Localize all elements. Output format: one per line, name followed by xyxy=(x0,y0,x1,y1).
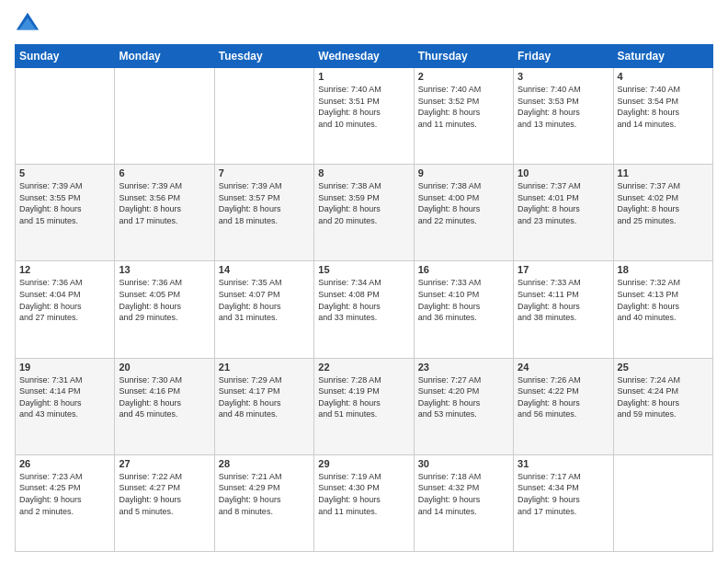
calendar-day-cell: 13Sunrise: 7:36 AM Sunset: 4:05 PM Dayli… xyxy=(115,261,214,358)
day-info: Sunrise: 7:32 AM Sunset: 4:13 PM Dayligh… xyxy=(618,277,709,323)
calendar-day-cell: 29Sunrise: 7:19 AM Sunset: 4:30 PM Dayli… xyxy=(314,454,414,551)
day-number: 9 xyxy=(418,167,509,178)
day-info: Sunrise: 7:36 AM Sunset: 4:04 PM Dayligh… xyxy=(19,277,110,323)
calendar-day-cell: 24Sunrise: 7:26 AM Sunset: 4:22 PM Dayli… xyxy=(514,358,613,454)
day-number: 5 xyxy=(19,167,110,178)
day-info: Sunrise: 7:30 AM Sunset: 4:16 PM Dayligh… xyxy=(119,374,210,420)
calendar-day-cell: 22Sunrise: 7:28 AM Sunset: 4:19 PM Dayli… xyxy=(314,358,414,454)
day-number: 16 xyxy=(418,264,509,275)
calendar-day-cell: 3Sunrise: 7:40 AM Sunset: 3:53 PM Daylig… xyxy=(514,68,613,165)
calendar-day-cell: 15Sunrise: 7:34 AM Sunset: 4:08 PM Dayli… xyxy=(314,261,414,358)
day-info: Sunrise: 7:18 AM Sunset: 4:32 PM Dayligh… xyxy=(418,471,509,517)
calendar-week-row: 19Sunrise: 7:31 AM Sunset: 4:14 PM Dayli… xyxy=(16,358,713,454)
day-info: Sunrise: 7:37 AM Sunset: 4:01 PM Dayligh… xyxy=(518,180,609,226)
day-info: Sunrise: 7:40 AM Sunset: 3:51 PM Dayligh… xyxy=(318,84,409,130)
day-info: Sunrise: 7:22 AM Sunset: 4:27 PM Dayligh… xyxy=(119,471,210,517)
day-number: 25 xyxy=(618,362,709,373)
day-number: 21 xyxy=(219,362,310,373)
logo-icon xyxy=(15,11,40,37)
calendar-day-cell: 12Sunrise: 7:36 AM Sunset: 4:04 PM Dayli… xyxy=(16,261,115,358)
calendar-day-cell: 16Sunrise: 7:33 AM Sunset: 4:10 PM Dayli… xyxy=(414,261,513,358)
calendar-body: 1Sunrise: 7:40 AM Sunset: 3:51 PM Daylig… xyxy=(16,68,713,552)
day-info: Sunrise: 7:39 AM Sunset: 3:55 PM Dayligh… xyxy=(19,180,110,226)
day-info: Sunrise: 7:19 AM Sunset: 4:30 PM Dayligh… xyxy=(318,471,409,517)
day-number: 7 xyxy=(219,167,310,178)
calendar-day-cell xyxy=(214,68,313,165)
day-number: 30 xyxy=(418,458,509,469)
day-number: 17 xyxy=(518,264,609,275)
calendar-day-cell: 19Sunrise: 7:31 AM Sunset: 4:14 PM Dayli… xyxy=(16,358,115,454)
day-number: 14 xyxy=(219,264,310,275)
weekday-header-cell: Monday xyxy=(115,45,214,68)
day-number: 8 xyxy=(318,167,409,178)
day-number: 18 xyxy=(618,264,709,275)
calendar-day-cell: 8Sunrise: 7:38 AM Sunset: 3:59 PM Daylig… xyxy=(314,165,414,261)
day-info: Sunrise: 7:29 AM Sunset: 4:17 PM Dayligh… xyxy=(219,374,310,420)
day-info: Sunrise: 7:21 AM Sunset: 4:29 PM Dayligh… xyxy=(219,471,310,517)
calendar-day-cell: 23Sunrise: 7:27 AM Sunset: 4:20 PM Dayli… xyxy=(414,358,513,454)
day-number: 26 xyxy=(19,458,110,469)
calendar-day-cell: 26Sunrise: 7:23 AM Sunset: 4:25 PM Dayli… xyxy=(16,454,115,551)
calendar-day-cell: 4Sunrise: 7:40 AM Sunset: 3:54 PM Daylig… xyxy=(613,68,712,165)
calendar-day-cell: 31Sunrise: 7:17 AM Sunset: 4:34 PM Dayli… xyxy=(514,454,613,551)
day-number: 24 xyxy=(518,362,609,373)
day-number: 27 xyxy=(119,458,210,469)
weekday-header-cell: Tuesday xyxy=(214,45,313,68)
day-number: 31 xyxy=(518,458,609,469)
calendar-day-cell: 1Sunrise: 7:40 AM Sunset: 3:51 PM Daylig… xyxy=(314,68,414,165)
day-info: Sunrise: 7:23 AM Sunset: 4:25 PM Dayligh… xyxy=(19,471,110,517)
calendar-day-cell: 14Sunrise: 7:35 AM Sunset: 4:07 PM Dayli… xyxy=(214,261,313,358)
calendar-day-cell: 25Sunrise: 7:24 AM Sunset: 4:24 PM Dayli… xyxy=(613,358,712,454)
day-info: Sunrise: 7:37 AM Sunset: 4:02 PM Dayligh… xyxy=(618,180,709,226)
calendar-day-cell: 2Sunrise: 7:40 AM Sunset: 3:52 PM Daylig… xyxy=(414,68,513,165)
weekday-header-cell: Wednesday xyxy=(314,45,414,68)
day-number: 2 xyxy=(418,71,509,82)
day-info: Sunrise: 7:40 AM Sunset: 3:53 PM Dayligh… xyxy=(518,84,609,130)
day-number: 29 xyxy=(318,458,409,469)
calendar-day-cell: 17Sunrise: 7:33 AM Sunset: 4:11 PM Dayli… xyxy=(514,261,613,358)
logo xyxy=(15,11,44,37)
day-info: Sunrise: 7:35 AM Sunset: 4:07 PM Dayligh… xyxy=(219,277,310,323)
day-info: Sunrise: 7:27 AM Sunset: 4:20 PM Dayligh… xyxy=(418,374,509,420)
day-info: Sunrise: 7:40 AM Sunset: 3:52 PM Dayligh… xyxy=(418,84,509,130)
day-number: 28 xyxy=(219,458,310,469)
day-number: 3 xyxy=(518,71,609,82)
weekday-header-row: SundayMondayTuesdayWednesdayThursdayFrid… xyxy=(16,45,713,68)
weekday-header-cell: Thursday xyxy=(414,45,513,68)
calendar-day-cell xyxy=(115,68,214,165)
day-info: Sunrise: 7:26 AM Sunset: 4:22 PM Dayligh… xyxy=(518,374,609,420)
calendar-day-cell: 21Sunrise: 7:29 AM Sunset: 4:17 PM Dayli… xyxy=(214,358,313,454)
day-number: 20 xyxy=(119,362,210,373)
calendar-day-cell: 7Sunrise: 7:39 AM Sunset: 3:57 PM Daylig… xyxy=(214,165,313,261)
calendar-day-cell: 6Sunrise: 7:39 AM Sunset: 3:56 PM Daylig… xyxy=(115,165,214,261)
calendar-day-cell: 5Sunrise: 7:39 AM Sunset: 3:55 PM Daylig… xyxy=(16,165,115,261)
calendar-day-cell xyxy=(613,454,712,551)
day-info: Sunrise: 7:34 AM Sunset: 4:08 PM Dayligh… xyxy=(318,277,409,323)
weekday-header-cell: Saturday xyxy=(613,45,712,68)
day-number: 23 xyxy=(418,362,509,373)
header xyxy=(15,11,713,37)
calendar-day-cell: 18Sunrise: 7:32 AM Sunset: 4:13 PM Dayli… xyxy=(613,261,712,358)
calendar-week-row: 12Sunrise: 7:36 AM Sunset: 4:04 PM Dayli… xyxy=(16,261,713,358)
day-info: Sunrise: 7:17 AM Sunset: 4:34 PM Dayligh… xyxy=(518,471,609,517)
calendar-day-cell: 30Sunrise: 7:18 AM Sunset: 4:32 PM Dayli… xyxy=(414,454,513,551)
calendar-day-cell: 20Sunrise: 7:30 AM Sunset: 4:16 PM Dayli… xyxy=(115,358,214,454)
calendar-page: SundayMondayTuesdayWednesdayThursdayFrid… xyxy=(0,0,728,563)
day-info: Sunrise: 7:38 AM Sunset: 4:00 PM Dayligh… xyxy=(418,180,509,226)
calendar-week-row: 1Sunrise: 7:40 AM Sunset: 3:51 PM Daylig… xyxy=(16,68,713,165)
day-info: Sunrise: 7:39 AM Sunset: 3:57 PM Dayligh… xyxy=(219,180,310,226)
day-info: Sunrise: 7:40 AM Sunset: 3:54 PM Dayligh… xyxy=(618,84,709,130)
day-number: 22 xyxy=(318,362,409,373)
day-info: Sunrise: 7:24 AM Sunset: 4:24 PM Dayligh… xyxy=(618,374,709,420)
day-number: 15 xyxy=(318,264,409,275)
weekday-header-cell: Friday xyxy=(514,45,613,68)
day-number: 12 xyxy=(19,264,110,275)
day-info: Sunrise: 7:33 AM Sunset: 4:11 PM Dayligh… xyxy=(518,277,609,323)
calendar-day-cell: 28Sunrise: 7:21 AM Sunset: 4:29 PM Dayli… xyxy=(214,454,313,551)
calendar-week-row: 5Sunrise: 7:39 AM Sunset: 3:55 PM Daylig… xyxy=(16,165,713,261)
day-number: 6 xyxy=(119,167,210,178)
calendar-day-cell: 9Sunrise: 7:38 AM Sunset: 4:00 PM Daylig… xyxy=(414,165,513,261)
day-info: Sunrise: 7:36 AM Sunset: 4:05 PM Dayligh… xyxy=(119,277,210,323)
calendar-day-cell xyxy=(16,68,115,165)
day-info: Sunrise: 7:38 AM Sunset: 3:59 PM Dayligh… xyxy=(318,180,409,226)
